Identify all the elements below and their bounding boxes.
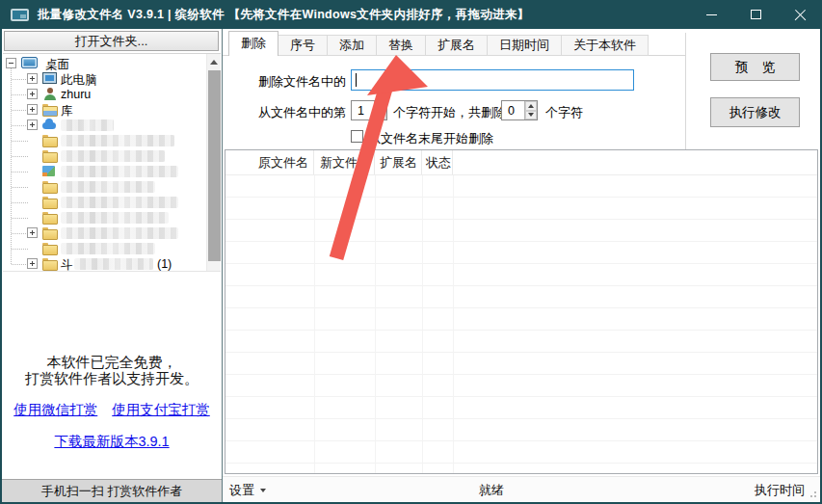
desktop-icon: [21, 57, 38, 68]
app-icon: [11, 9, 29, 21]
settings-label: 设置: [229, 483, 254, 497]
tree-item[interactable]: [3, 133, 200, 148]
folder-tree[interactable]: 桌面 此电脑 zhuru 库: [3, 53, 221, 272]
cloud-icon: [42, 119, 58, 131]
column-original-name[interactable]: 原文件名: [225, 150, 314, 174]
resize-grip-icon[interactable]: [808, 489, 816, 497]
spinner-value[interactable]: 0: [502, 101, 524, 119]
grid-line: [453, 175, 454, 473]
tree-item-label-suffix: (1): [157, 257, 172, 271]
spinner-value[interactable]: 1: [352, 101, 374, 119]
tab-datetime[interactable]: 日期时间: [487, 35, 562, 56]
tree-expand-icon[interactable]: [27, 119, 38, 130]
delete-input[interactable]: [351, 69, 634, 91]
tabstrip: 删除 序号 添加 替换 扩展名 日期时间 关于本软件: [228, 31, 649, 56]
tree-item-user[interactable]: zhuru: [3, 87, 200, 102]
settings-menu[interactable]: 设置: [229, 482, 266, 499]
close-button[interactable]: [778, 0, 822, 29]
tab-add[interactable]: 添加: [327, 35, 377, 56]
tree-item[interactable]: [3, 241, 200, 256]
statusbar: 设置 就绪 执行时间: [222, 476, 820, 502]
tree-item[interactable]: [3, 195, 200, 210]
folder-icon: [42, 226, 58, 239]
column-new-name[interactable]: 新文件名: [314, 150, 375, 174]
scroll-up-button[interactable]: [207, 54, 221, 69]
redacted-label: [74, 258, 153, 270]
sidebar-main-divider: [222, 29, 223, 502]
spinner-down-button[interactable]: [525, 111, 537, 120]
tree-item-label-prefix: 斗: [61, 257, 73, 272]
tree-item[interactable]: [3, 164, 200, 179]
tab-serial-number[interactable]: 序号: [278, 35, 328, 56]
tree-item[interactable]: [3, 179, 200, 195]
redacted-label: [61, 135, 174, 146]
grid-line: [314, 175, 315, 473]
redacted-label: [61, 166, 178, 177]
spinner-down-button[interactable]: [375, 111, 386, 120]
tab-delete[interactable]: 删除: [228, 31, 278, 56]
wechat-donate-link[interactable]: 使用微信打赏: [13, 401, 97, 419]
download-latest-link[interactable]: 下载最新版本3.9.1: [54, 434, 169, 449]
tree-expand-icon[interactable]: [27, 258, 38, 269]
window-border-left: [0, 29, 2, 504]
donation-text: 本软件已完全免费， 打赏软件作者以支持开发。: [2, 355, 222, 386]
folder-icon: [42, 149, 58, 162]
tab-about[interactable]: 关于本软件: [561, 35, 649, 56]
tree-expand-icon[interactable]: [27, 227, 38, 238]
tree-expand-icon[interactable]: [27, 104, 38, 115]
redacted-label: [61, 197, 178, 208]
tab-extension[interactable]: 扩展名: [425, 35, 488, 56]
grid-line: [375, 175, 376, 473]
minimize-button[interactable]: [689, 0, 733, 29]
tree-item[interactable]: [3, 225, 200, 241]
tree-item[interactable]: 斗 (1): [3, 256, 200, 272]
tree-item[interactable]: [3, 210, 200, 225]
preview-button[interactable]: 预 览: [710, 53, 800, 81]
tree-collapse-icon[interactable]: [6, 58, 16, 68]
tree-item-libraries[interactable]: 库: [3, 102, 200, 118]
tree-item[interactable]: [3, 148, 200, 164]
redacted-label: [61, 212, 169, 224]
tree-item[interactable]: [3, 118, 200, 133]
tree-expand-icon[interactable]: [27, 89, 38, 99]
execute-button[interactable]: 执行修改: [710, 97, 800, 127]
scroll-thumb[interactable]: [208, 70, 221, 261]
window-title: 批量修改文件名 V3.9.1 | 缤纷软件 【先将文件在Windows文件夹内排…: [38, 7, 529, 23]
form-buttons-divider: [685, 33, 686, 149]
main-panel: 删除 序号 添加 替换 扩展名 日期时间 关于本软件 删除文件名中的 从文件名中…: [222, 29, 820, 502]
open-folder-button[interactable]: 打开文件夹...: [4, 31, 219, 51]
spinner-down-icon: [528, 113, 534, 117]
minimize-icon: [706, 14, 717, 15]
spinner-down-icon: [378, 113, 384, 117]
column-extension[interactable]: 扩展名: [375, 150, 422, 174]
spinner-up-button[interactable]: [375, 101, 386, 111]
tree-expand-icon[interactable]: [27, 73, 38, 84]
delete-input-label: 删除文件名中的: [258, 73, 346, 91]
folder-icon: [42, 196, 58, 208]
chars-count-spinner[interactable]: 0: [501, 100, 538, 120]
file-table[interactable]: 原文件名 新文件名 扩展名 状态: [225, 149, 818, 474]
sidebar: 打开文件夹... 桌面 此电脑 zhuru 库: [2, 29, 222, 502]
maximize-button[interactable]: [733, 0, 778, 29]
column-spacer: [453, 150, 817, 174]
tree-item-desktop[interactable]: 桌面: [3, 56, 200, 71]
alipay-donate-link[interactable]: 使用支付宝打赏: [112, 401, 210, 419]
folder-icon: [42, 180, 58, 193]
spinner-up-button[interactable]: [525, 101, 537, 111]
maximize-icon: [751, 10, 761, 19]
exec-time-label: 执行时间: [755, 482, 805, 499]
tab-replace[interactable]: 替换: [376, 35, 426, 56]
start-char-spinner[interactable]: 1: [351, 100, 387, 120]
grid-line: [422, 175, 423, 473]
delete-input-wrap: [351, 69, 634, 91]
text-caret: [356, 73, 357, 87]
table-body[interactable]: [225, 175, 817, 473]
after-label: 个字符: [545, 104, 583, 121]
spinner-up-icon: [378, 104, 384, 108]
tree-scrollbar[interactable]: [206, 54, 221, 271]
folder-icon: [42, 242, 58, 254]
delete-from-end-checkbox[interactable]: [351, 130, 363, 143]
user-icon: [42, 88, 58, 100]
column-status[interactable]: 状态: [422, 150, 453, 174]
tree-item-this-pc[interactable]: 此电脑: [3, 71, 200, 87]
